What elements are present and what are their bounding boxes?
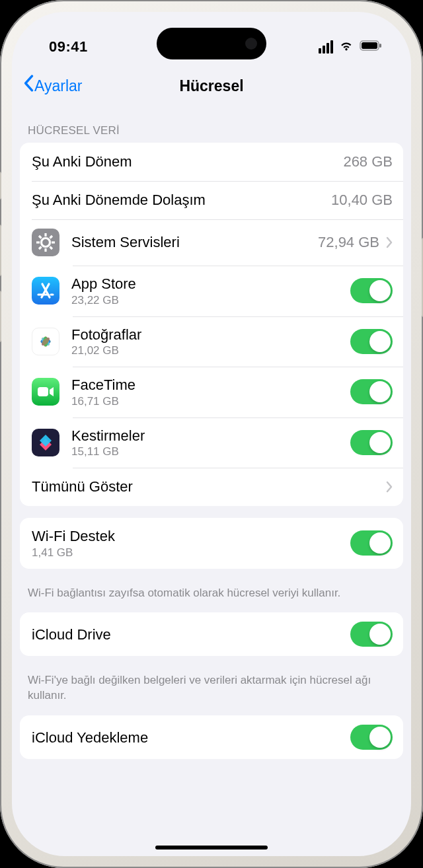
icloud-backup-group: iCloud Yedekleme	[20, 715, 403, 759]
section-header: HÜCRESEL VERİ	[12, 107, 411, 143]
toggle-switch[interactable]	[350, 622, 393, 647]
system-services-value: 72,94 GB	[318, 234, 379, 251]
side-button	[0, 172, 1, 199]
svg-rect-1	[362, 42, 377, 49]
wifi-assist-footer: Wi-Fi bağlantısı zayıfsa otomatik olarak…	[12, 581, 411, 604]
show-all-row[interactable]: Tümünü Göster	[20, 468, 403, 506]
wifi-icon	[338, 39, 354, 55]
content: HÜCRESEL VERİ Şu Anki Dönem 268 GB Şu An…	[12, 107, 411, 843]
status-time: 09:41	[49, 38, 88, 55]
status-icons	[319, 39, 382, 55]
app-usage: 15,11 GB	[71, 445, 350, 458]
app-row-appstore: App Store 23,22 GB	[20, 266, 403, 316]
toggle-switch[interactable]	[350, 379, 393, 404]
nav-bar: Ayarlar Hücresel	[12, 65, 411, 107]
dynamic-island	[157, 28, 266, 59]
system-services-row[interactable]: Sistem Servisleri 72,94 GB	[20, 219, 403, 266]
icloud-drive-label: iCloud Drive	[32, 626, 350, 644]
chevron-right-icon	[386, 236, 393, 248]
gear-icon	[32, 229, 59, 256]
icloud-drive-row: iCloud Drive	[20, 612, 403, 656]
side-button	[0, 225, 1, 276]
screen: 09:41 Ayarlar Hücresel	[12, 12, 411, 856]
app-usage: 21,02 GB	[71, 344, 350, 357]
show-all-label: Tümünü Göster	[32, 478, 379, 496]
toggle-switch[interactable]	[350, 725, 393, 750]
chevron-right-icon	[386, 481, 393, 493]
app-name: FaceTime	[71, 376, 350, 394]
current-period-label: Şu Anki Dönem	[32, 153, 343, 171]
toggle-switch[interactable]	[350, 329, 393, 354]
back-label: Ayarlar	[34, 77, 82, 95]
wifi-assist-label: Wi-Fi Destek	[32, 527, 350, 546]
roaming-value: 10,40 GB	[331, 192, 393, 209]
app-row-facetime: FaceTime 16,71 GB	[20, 367, 403, 417]
svg-rect-27	[38, 387, 48, 396]
chevron-left-icon	[22, 74, 34, 95]
device-frame: 09:41 Ayarlar Hücresel	[0, 0, 423, 868]
cellular-signal-icon	[319, 40, 333, 54]
side-button	[0, 291, 1, 342]
app-name: App Store	[71, 275, 350, 293]
battery-icon	[360, 40, 382, 54]
svg-rect-3	[32, 229, 59, 256]
wifi-assist-group: Wi-Fi Destek 1,41 GB	[20, 518, 403, 569]
wifi-assist-row: Wi-Fi Destek 1,41 GB	[20, 518, 403, 569]
cellular-data-group: Şu Anki Dönem 268 GB Şu Anki Dönemde Dol…	[20, 143, 403, 506]
icloud-backup-row: iCloud Yedekleme	[20, 715, 403, 759]
current-period-value: 268 GB	[343, 153, 393, 170]
app-row-photos: Fotoğraflar 21,02 GB	[20, 316, 403, 367]
system-services-label: Sistem Servisleri	[71, 233, 318, 252]
svg-rect-2	[379, 44, 381, 48]
app-usage: 16,71 GB	[71, 395, 350, 408]
facetime-icon	[32, 378, 59, 406]
current-period-row: Şu Anki Dönem 268 GB	[20, 143, 403, 181]
toggle-switch[interactable]	[350, 278, 393, 303]
icloud-drive-footer: Wi-Fi'ye bağlı değilken belgeleri ve ver…	[12, 668, 411, 706]
wifi-assist-usage: 1,41 GB	[32, 546, 350, 560]
shortcuts-icon	[32, 429, 59, 456]
app-row-shortcuts: Kestirmeler 15,11 GB	[20, 417, 403, 468]
toggle-switch[interactable]	[350, 430, 393, 455]
roaming-label: Şu Anki Dönemde Dolaşım	[32, 191, 331, 209]
back-button[interactable]: Ayarlar	[20, 73, 85, 99]
appstore-icon	[32, 277, 59, 305]
icloud-backup-label: iCloud Yedekleme	[32, 729, 350, 747]
icloud-drive-group: iCloud Drive	[20, 612, 403, 656]
photos-icon	[32, 328, 59, 355]
app-usage: 23,22 GB	[71, 294, 350, 307]
app-name: Kestirmeler	[71, 427, 350, 445]
app-name: Fotoğraflar	[71, 326, 350, 344]
toggle-switch[interactable]	[350, 530, 393, 556]
home-indicator[interactable]	[155, 846, 268, 850]
roaming-row: Şu Anki Dönemde Dolaşım 10,40 GB	[20, 181, 403, 219]
